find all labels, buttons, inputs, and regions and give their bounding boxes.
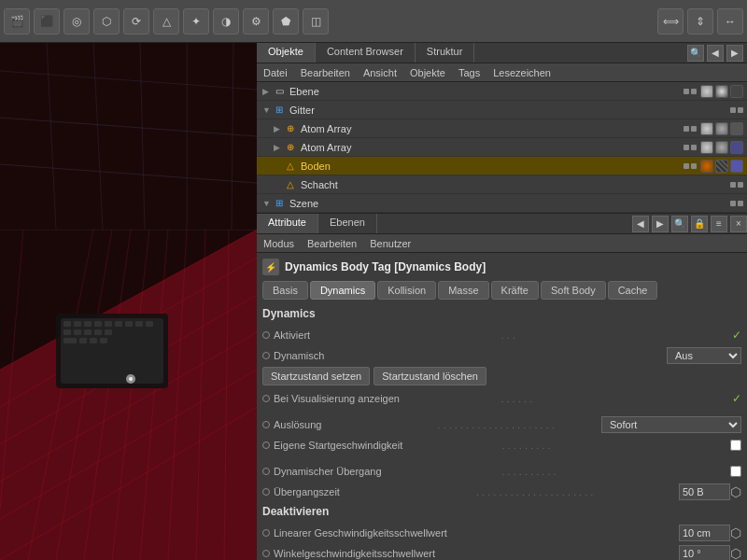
material-swatch[interactable]	[730, 160, 743, 173]
dropdown-ausloesung[interactable]: Sofort Bei Kollision Manuell	[601, 416, 741, 433]
dot1[interactable]	[730, 201, 736, 206]
tab-objekte[interactable]: Objekte	[257, 43, 316, 63]
material-swatch[interactable]	[700, 85, 713, 98]
material-swatch[interactable]	[730, 141, 743, 154]
dot1[interactable]	[730, 182, 736, 188]
tab-struktur[interactable]: Struktur	[416, 43, 475, 63]
prop-bullet	[262, 395, 270, 402]
lock-icon[interactable]: 🔒	[691, 216, 708, 232]
obj-row-boden[interactable]: △ Boden	[257, 157, 747, 175]
prop-label-dyn-uebergang: Dynamischer Übergang	[274, 466, 502, 477]
toolbar-icon-half[interactable]: ◑	[213, 8, 239, 35]
svg-rect-24	[105, 321, 112, 327]
subtab-dynamics[interactable]: Dynamics	[310, 281, 375, 300]
dot2[interactable]	[738, 182, 743, 188]
toolbar-icon-sphere[interactable]: ◎	[63, 8, 90, 35]
nav-left-icon[interactable]: ◀	[632, 216, 649, 232]
nav-prev-icon[interactable]: ◀	[707, 45, 724, 62]
dot1[interactable]	[730, 107, 736, 113]
material-swatch[interactable]	[730, 85, 743, 98]
nav-right-icon[interactable]: ▶	[652, 216, 669, 232]
dot1[interactable]	[684, 163, 689, 169]
tab-ebenen[interactable]: Ebenen	[318, 214, 377, 233]
prop-row-lin-geschw: Linearer Geschwindigkeitsschwellwert ⬡	[262, 524, 741, 542]
toolbar-icon-diamond[interactable]: ⬟	[273, 8, 299, 35]
spinner-winkel[interactable]: ⬡	[730, 546, 741, 560]
subtab-kollision[interactable]: Kollision	[377, 281, 436, 300]
material-swatch[interactable]	[730, 122, 743, 135]
material-swatch[interactable]	[700, 160, 713, 173]
material-swatch[interactable]	[700, 122, 713, 135]
toolbar-icon-gear[interactable]: ⚙	[243, 8, 269, 35]
dot2[interactable]	[691, 163, 697, 169]
search-icon[interactable]: 🔍	[687, 45, 704, 62]
material-swatch[interactable]	[715, 160, 728, 173]
spinner-lin[interactable]: ⬡	[730, 525, 741, 540]
toolbar-icon-grid[interactable]: ◫	[303, 8, 329, 35]
dot2[interactable]	[691, 126, 697, 132]
material-swatch[interactable]	[715, 141, 728, 154]
toolbar-icon-star[interactable]: ✦	[183, 8, 209, 35]
dot2[interactable]	[691, 89, 697, 94]
toolbar-icon-film[interactable]: 🎬	[4, 8, 30, 35]
material-swatch[interactable]	[700, 141, 713, 154]
toolbar-icon-rotate[interactable]: ⟳	[123, 8, 149, 35]
menu-ansicht[interactable]: Ansicht	[360, 67, 400, 78]
subtab-masse[interactable]: Masse	[438, 281, 488, 300]
checkbox-dyn-uebergang[interactable]	[730, 466, 741, 477]
menu-lesezeichen[interactable]: Lesezeichen	[490, 67, 554, 78]
material-swatch[interactable]	[715, 85, 728, 98]
dot2[interactable]	[691, 145, 697, 150]
subtab-kraefte[interactable]: Kräfte	[491, 281, 539, 300]
obj-name-gitter: Gitter	[289, 105, 730, 116]
subtab-basis[interactable]: Basis	[262, 281, 308, 300]
obj-name-boden: Boden	[301, 161, 684, 172]
nav-next-icon[interactable]: ▶	[726, 45, 743, 62]
obj-row-gitter[interactable]: ▼ ⊞ Gitter	[257, 101, 747, 119]
prop-label-ausloesung: Auslösung	[274, 419, 438, 430]
close-icon[interactable]: ×	[730, 216, 747, 232]
dot2[interactable]	[738, 201, 743, 206]
menu-bearbeiten[interactable]: Bearbeiten	[298, 67, 353, 78]
dot1[interactable]	[684, 145, 689, 150]
dot1[interactable]	[684, 89, 689, 94]
toolbar-icon-hex[interactable]: ⬡	[93, 8, 120, 35]
menu-bearbeiten-attr[interactable]: Bearbeiten	[304, 238, 359, 249]
toolbar-icon-move[interactable]: ⇕	[687, 8, 713, 35]
input-winkel-geschw[interactable]	[679, 545, 730, 560]
search-icon[interactable]: 🔍	[671, 216, 688, 232]
menu-icon[interactable]: ≡	[711, 216, 727, 232]
menu-objekte[interactable]: Objekte	[407, 67, 448, 78]
toolbar-icon-arrows[interactable]: ⟺	[657, 8, 684, 35]
subtab-cache[interactable]: Cache	[608, 281, 658, 300]
dropdown-dynamisch[interactable]: Aus Ein	[667, 347, 741, 364]
tab-attribute[interactable]: Attribute	[257, 214, 318, 233]
attr-nav-icons: ◀ ▶ 🔍 🔒 ≡ ×	[632, 214, 747, 233]
tab-content-browser[interactable]: Content Browser	[316, 43, 416, 63]
obj-row-atom2[interactable]: ▶ ⊕ Atom Array	[257, 138, 747, 157]
input-uebergangszeit[interactable]	[679, 483, 730, 500]
viewport-3d[interactable]	[0, 43, 257, 560]
spinner-up[interactable]: ⬡	[730, 484, 741, 499]
toolbar-icon-scale[interactable]: ↔	[717, 8, 743, 35]
toolbar-icon-cube[interactable]: ⬛	[34, 8, 60, 35]
menu-tags[interactable]: Tags	[456, 67, 483, 78]
menu-benutzer[interactable]: Benutzer	[367, 238, 414, 249]
menu-modus[interactable]: Modus	[261, 238, 297, 249]
section-dynamics: Dynamics	[262, 307, 741, 320]
obj-row-ebene[interactable]: ▶ ▭ Ebene	[257, 82, 747, 101]
material-swatch[interactable]	[715, 122, 728, 135]
checkbox-eigene-startgeschw[interactable]	[730, 440, 741, 451]
toolbar-icon-tri[interactable]: △	[153, 8, 179, 35]
input-lin-geschw[interactable]	[679, 525, 730, 541]
obj-row-schacht[interactable]: △ Schacht	[257, 175, 747, 194]
menu-datei[interactable]: Datei	[261, 67, 290, 78]
obj-row-atom1[interactable]: ▶ ⊕ Atom Array	[257, 119, 747, 138]
dot1[interactable]	[684, 126, 689, 132]
btn-startzustand-setzen[interactable]: Startzustand setzen	[262, 367, 370, 385]
subtab-softbody[interactable]: Soft Body	[541, 281, 606, 300]
dot2[interactable]	[738, 107, 743, 113]
btn-startzustand-loeschen[interactable]: Startzustand löschen	[374, 367, 486, 385]
obj-row-szene[interactable]: ▼ ⊞ Szene	[257, 194, 747, 213]
svg-rect-21	[74, 321, 81, 327]
